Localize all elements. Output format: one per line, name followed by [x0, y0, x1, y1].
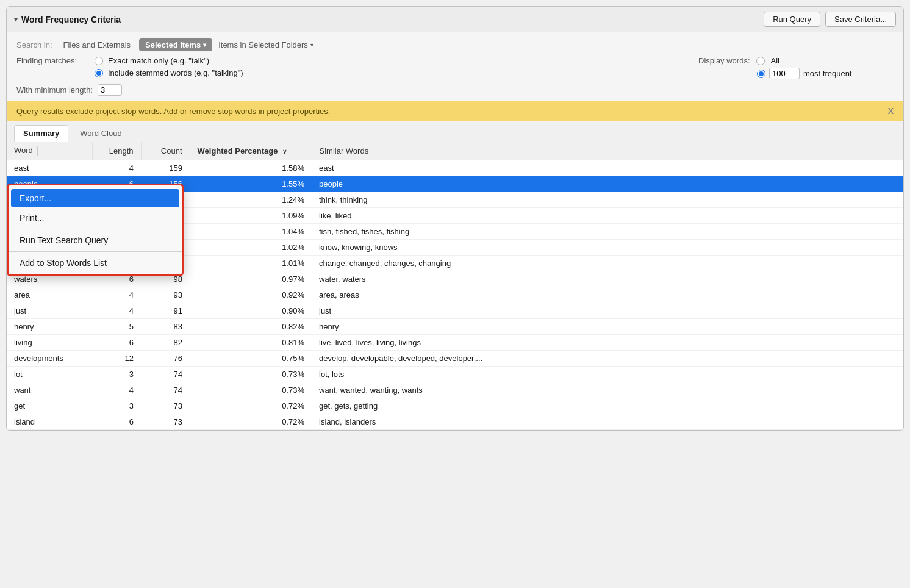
cell-weighted: 0.75%: [190, 350, 312, 366]
most-frequent-label: most frequent: [803, 69, 852, 78]
cell-weighted: 0.72%: [190, 414, 312, 429]
cell-weighted: 0.81%: [190, 334, 312, 350]
tab-word-cloud[interactable]: Word Cloud: [71, 125, 131, 142]
cell-weighted: 1.04%: [190, 223, 312, 239]
cell-similar: area, areas: [312, 287, 903, 303]
cell-weighted: 0.72%: [190, 398, 312, 414]
results-table-container: Word Length Count Weighted Percentage ∨: [7, 142, 903, 430]
tab-summary[interactable]: Summary: [14, 125, 68, 142]
stemmed-radio[interactable]: [95, 69, 103, 77]
display-all-text: All: [771, 56, 779, 65]
col-header-word[interactable]: Word: [7, 142, 92, 160]
cell-length: 4: [92, 382, 141, 398]
cell-length: 3: [92, 366, 141, 382]
display-all-radio[interactable]: [756, 57, 765, 65]
context-menu-add-stop-words[interactable]: Add to Stop Words List: [9, 254, 182, 272]
table-row[interactable]: living 6 82 0.81% live, lived, lives, li…: [7, 334, 903, 350]
cell-similar: just: [312, 303, 903, 318]
cell-similar: know, knowing, knows: [312, 239, 903, 255]
context-menu-separator-2: [9, 251, 182, 252]
table-row[interactable]: lot 3 74 0.73% lot, lots: [7, 366, 903, 382]
stemmed-text: Include stemmed words (e.g. "talking"): [108, 68, 243, 77]
search-in-label: Search in:: [16, 40, 52, 49]
context-menu-run-search[interactable]: Run Text Search Query: [9, 231, 182, 249]
cell-word: living: [7, 334, 92, 350]
warning-banner: Query results exclude project stop words…: [7, 101, 903, 121]
finding-matches-section: Finding matches: Exact match only (e.g. …: [16, 56, 698, 77]
col-header-similar[interactable]: Similar Words: [312, 142, 903, 160]
cell-weighted: 0.82%: [190, 318, 312, 334]
cell-similar: like, liked: [312, 207, 903, 223]
run-query-button[interactable]: Run Query: [764, 12, 820, 27]
cell-word: get: [7, 398, 92, 414]
table-row[interactable]: just 4 91 0.90% just: [7, 303, 903, 318]
cell-similar: water, waters: [312, 271, 903, 287]
cell-weighted: 0.73%: [190, 366, 312, 382]
cell-count: 74: [141, 382, 190, 398]
display-words-section: Display words: All most frequent: [698, 56, 894, 79]
table-row[interactable]: developments 12 76 0.75% develop, develo…: [7, 350, 903, 366]
cell-length: 6: [92, 334, 141, 350]
min-length-label: With minimum length:: [16, 85, 93, 95]
cell-word: want: [7, 382, 92, 398]
cell-count: 159: [141, 160, 190, 176]
cell-similar: east: [312, 160, 903, 176]
cell-count: 83: [141, 318, 190, 334]
col-header-weighted[interactable]: Weighted Percentage ∨: [190, 142, 312, 160]
context-menu-export[interactable]: Export...: [11, 189, 179, 207]
cell-weighted: 1.58%: [190, 160, 312, 176]
cell-count: 74: [141, 366, 190, 382]
save-criteria-button[interactable]: Save Criteria...: [825, 12, 896, 27]
cell-similar: live, lived, lives, living, livings: [312, 334, 903, 350]
cell-similar: want, wanted, wanting, wants: [312, 382, 903, 398]
collapse-chevron-icon[interactable]: ▾: [14, 15, 18, 24]
exact-match-radio[interactable]: [95, 57, 103, 65]
context-menu-print[interactable]: Print...: [9, 209, 182, 227]
sort-arrow-icon: ∨: [282, 148, 287, 155]
cell-weighted: 1.01%: [190, 255, 312, 271]
cell-length: 5: [92, 318, 141, 334]
display-words-label: Display words:: [698, 56, 750, 65]
search-in-row: Search in: Files and Externals Selected …: [7, 32, 903, 55]
context-menu: Export... Print... Run Text Search Query…: [7, 184, 184, 276]
panel-title: Word Frequency Criteria: [21, 15, 121, 24]
cell-word: henry: [7, 318, 92, 334]
selected-items-dropdown-icon: ▾: [203, 41, 206, 48]
col-header-length[interactable]: Length: [92, 142, 141, 160]
warning-text: Query results exclude project stop words…: [16, 107, 330, 116]
selected-items-option[interactable]: Selected Items ▾: [139, 38, 212, 51]
table-row[interactable]: want 4 74 0.73% want, wanted, wanting, w…: [7, 382, 903, 398]
cell-length: 4: [92, 160, 141, 176]
cell-word: just: [7, 303, 92, 318]
table-row[interactable]: east 4 159 1.58% east: [7, 160, 903, 176]
table-header-row: Word Length Count Weighted Percentage ∨: [7, 142, 903, 160]
tabs-row: Summary Word Cloud: [7, 121, 903, 142]
col-header-count[interactable]: Count: [141, 142, 190, 160]
table-row[interactable]: island 6 73 0.72% island, islanders: [7, 414, 903, 429]
cell-weighted: 1.09%: [190, 207, 312, 223]
items-in-folders-option[interactable]: Items in Selected Folders ▾: [218, 40, 313, 49]
header-bar: ▾ Word Frequency Criteria Run Query Save…: [7, 7, 903, 32]
cell-word: east: [7, 160, 92, 176]
cell-word: lot: [7, 366, 92, 382]
files-externals-option[interactable]: Files and Externals: [61, 39, 134, 51]
cell-similar: island, islanders: [312, 414, 903, 429]
cell-length: 4: [92, 287, 141, 303]
context-menu-separator-1: [9, 229, 182, 229]
min-length-input[interactable]: [98, 84, 122, 96]
table-row[interactable]: henry 5 83 0.82% henry: [7, 318, 903, 334]
warning-close-button[interactable]: X: [888, 106, 894, 116]
folders-dropdown-icon: ▾: [310, 41, 313, 48]
cell-similar: henry: [312, 318, 903, 334]
cell-word: area: [7, 287, 92, 303]
cell-count: 73: [141, 414, 190, 429]
cell-word: island: [7, 414, 92, 429]
cell-similar: people: [312, 176, 903, 192]
cell-length: 12: [92, 350, 141, 366]
table-row[interactable]: area 4 93 0.92% area, areas: [7, 287, 903, 303]
table-row[interactable]: get 3 73 0.72% get, gets, getting: [7, 398, 903, 414]
display-count-radio[interactable]: [757, 70, 765, 78]
cell-count: 82: [141, 334, 190, 350]
display-count-input[interactable]: [769, 68, 800, 79]
cell-length: 6: [92, 414, 141, 429]
